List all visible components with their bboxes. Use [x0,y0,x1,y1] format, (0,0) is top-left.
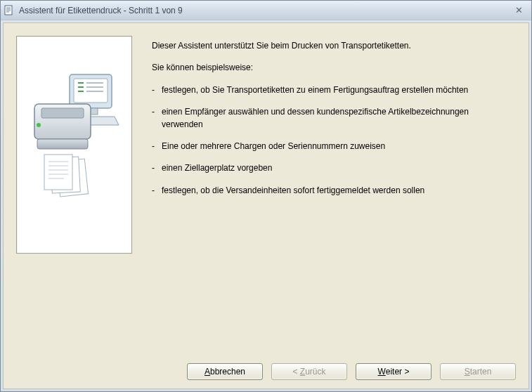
bullet-dash: - [152,106,162,118]
app-icon [4,5,15,16]
list-item: - einen Empfänger auswählen und dessen k… [152,106,516,131]
bullet-dash: - [152,84,162,96]
svg-point-16 [37,123,41,127]
bullet-text: festlegen, ob Sie Transportetiketten zu … [162,84,516,96]
bullet-text: festlegen, ob die Versandeinheiten sofor… [162,185,516,197]
svg-rect-20 [44,155,72,190]
back-button: < Zurück [271,363,347,380]
bullet-text: einen Ziellagerplatz vorgeben [162,162,516,174]
main-content: Dieser Assistent unterstützt Sie beim Dr… [4,23,528,355]
bullet-dash: - [152,162,162,174]
content-area: Dieser Assistent unterstützt Sie beim Dr… [3,22,529,389]
printer-illustration [29,70,120,211]
list-item: - festlegen, ob Sie Transportetiketten z… [152,84,516,96]
wizard-text-panel: Dieser Assistent unterstützt Sie beim Dr… [152,36,516,342]
svg-rect-17 [37,139,88,149]
close-button[interactable]: ✕ [509,4,528,17]
subintro-text: Sie können beispielsweise: [152,62,516,74]
list-item: - Eine oder mehrere Chargen oder Serienn… [152,141,516,152]
next-button[interactable]: Weiter > [356,363,432,380]
start-button: Starten [440,363,516,380]
wizard-window: Assistent für Etikettendruck - Schritt 1… [0,0,532,392]
list-item: - einen Ziellagerplatz vorgeben [152,162,516,174]
svg-rect-15 [41,108,84,118]
feature-list: - festlegen, ob Sie Transportetiketten z… [152,84,516,197]
bullet-text: Eine oder mehrere Chargen oder Seriennum… [162,141,516,152]
intro-text: Dieser Assistent unterstützt Sie beim Dr… [152,40,516,52]
titlebar[interactable]: Assistent für Etikettendruck - Schritt 1… [1,1,531,20]
button-bar: Abbrechen < Zurück Weiter > Starten [4,355,528,388]
bullet-text: einen Empfänger auswählen und dessen kun… [162,106,516,131]
window-title: Assistent für Etikettendruck - Schritt 1… [19,6,509,15]
bullet-dash: - [152,185,162,197]
list-item: - festlegen, ob die Versandeinheiten sof… [152,185,516,197]
cancel-button[interactable]: Abbrechen [187,363,263,380]
wizard-illustration-panel [16,36,132,254]
bullet-dash: - [152,141,162,152]
